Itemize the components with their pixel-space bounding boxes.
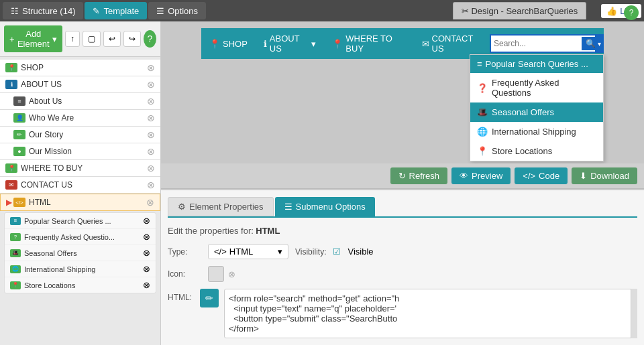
code-icon: </> bbox=[13, 198, 25, 207]
undo-button[interactable]: ↩ bbox=[103, 31, 121, 47]
props-panel: ⚙ Element Properties ☰ Submenu Options E… bbox=[161, 190, 644, 345]
seasonal-hat-icon: 🎩 bbox=[477, 107, 488, 117]
element-properties-tab[interactable]: ⚙ Element Properties bbox=[168, 197, 274, 216]
dropdown-item-seasonal[interactable]: 🎩 Seasonal Offers bbox=[470, 102, 603, 122]
submenu-item-stores[interactable]: 📍 Store Locations ⊗ bbox=[5, 277, 156, 293]
dropdown-item-faq[interactable]: ❓ Frequently Asked Questions bbox=[470, 73, 603, 102]
preview-nav: 📍 SHOP ℹ ABOUT US ▾ 📍 WHERE TO BUY ✉ bbox=[201, 28, 604, 59]
dropdown-header: ≡ Popular Search Queries ... bbox=[470, 55, 603, 73]
design-tab-label: Design - SearchBarQueries bbox=[471, 6, 578, 16]
nav-item-who-we-are-label: Who We Are bbox=[29, 113, 144, 123]
submenu-seasonal-label: Seasonal Offers bbox=[24, 249, 143, 257]
shop-pin-icon: 📍 bbox=[209, 39, 220, 49]
code-button[interactable]: </> Code bbox=[515, 167, 568, 184]
remove-stores-button[interactable]: ⊗ bbox=[143, 280, 150, 290]
shipping-globe-icon: 🌐 bbox=[477, 127, 488, 137]
where-pin-icon: 📍 bbox=[332, 39, 343, 49]
circle-icon: ● bbox=[13, 147, 25, 156]
submenu-item-popular[interactable]: ≡ Popular Search Queries ... ⊗ bbox=[5, 213, 156, 229]
html-scrollbar[interactable] bbox=[631, 289, 637, 338]
dropdown-item-shipping[interactable]: 🌐 International Shipping bbox=[470, 122, 603, 141]
submenu-options-tab-label: Submenu Options bbox=[296, 202, 366, 212]
redo-button[interactable]: ↪ bbox=[123, 31, 141, 47]
template-icon: ✎ bbox=[93, 6, 100, 16]
preview-button[interactable]: 👁 Preview bbox=[451, 167, 511, 184]
submenu-options-tab[interactable]: ☰ Submenu Options bbox=[275, 197, 375, 216]
nav-item-about-us[interactable]: ≡ About Us ⊗ bbox=[0, 93, 160, 110]
remove-about-us-button[interactable]: ⊗ bbox=[147, 96, 155, 107]
design-tab[interactable]: ✂ Design - SearchBarQueries bbox=[453, 2, 586, 19]
preview-about[interactable]: ℹ ABOUT US ▾ bbox=[256, 28, 324, 59]
caret-down-icon: ▾ bbox=[52, 34, 57, 44]
structure-tab[interactable]: ☷ Structure (14) bbox=[3, 2, 83, 19]
nav-item-contact-us[interactable]: ✉ CONTACT US ⊗ bbox=[0, 177, 160, 194]
remove-our-mission-button[interactable]: ⊗ bbox=[147, 146, 155, 157]
visibility-form-label: Visibility: bbox=[295, 247, 326, 257]
submenu-stores-label: Store Locations bbox=[24, 281, 143, 289]
nav-item-about-label: ABOUT US bbox=[21, 80, 144, 89]
nav-item-where-to-buy[interactable]: 📍 WHERE TO BUY ⊗ bbox=[0, 160, 160, 177]
remove-shipping-button[interactable]: ⊗ bbox=[143, 264, 150, 274]
type-select[interactable]: </> HTML ▾ bbox=[208, 244, 288, 259]
download-button[interactable]: ⬇ Download bbox=[572, 167, 637, 184]
remove-who-we-are-button[interactable]: ⊗ bbox=[147, 113, 155, 123]
nav-item-about[interactable]: ℹ ABOUT US ⊗ bbox=[0, 76, 160, 93]
left-toolbar: + Add Element ▾ ↑ ▢ ↩ ↪ ? bbox=[0, 21, 160, 57]
submenu-item-faq[interactable]: ? Frequently Asked Questio... ⊗ bbox=[5, 229, 156, 245]
options-tab[interactable]: ☰ Options bbox=[148, 2, 206, 19]
properties-help-button[interactable]: ? bbox=[624, 5, 639, 20]
nav-item-who-we-are[interactable]: 👤 Who We Are ⊗ bbox=[0, 110, 160, 127]
refresh-button[interactable]: ↻ Refresh bbox=[390, 167, 448, 184]
preview-where[interactable]: 📍 WHERE TO BUY bbox=[324, 28, 413, 59]
contact-mail-icon: ✉ bbox=[422, 39, 429, 49]
stores-pin-icon: 📍 bbox=[477, 146, 488, 156]
type-value-label: HTML bbox=[229, 247, 253, 257]
template-label: Template bbox=[103, 6, 139, 16]
remove-faq-button[interactable]: ⊗ bbox=[143, 232, 150, 242]
dropdown-item-stores[interactable]: 📍 Store Locations bbox=[470, 141, 603, 161]
search-container: 🔍 ▾ ≡ Popular Search Queries ... ❓ Freq bbox=[490, 34, 604, 53]
icon-selector: ⊗ bbox=[208, 266, 235, 282]
html-content[interactable]: <form role="search" method="get" action=… bbox=[224, 289, 637, 338]
remove-html-button[interactable]: ⊗ bbox=[146, 197, 154, 208]
about-label: ABOUT US bbox=[270, 33, 309, 54]
remove-shop-button[interactable]: ⊗ bbox=[147, 62, 155, 73]
remove-popular-button[interactable]: ⊗ bbox=[143, 216, 150, 226]
search-input[interactable] bbox=[494, 39, 582, 48]
nav-item-our-mission[interactable]: ● Our Mission ⊗ bbox=[0, 143, 160, 160]
cursor-button[interactable]: ↑ bbox=[65, 31, 80, 47]
submenu-item-shipping[interactable]: 🌐 International Shipping ⊗ bbox=[5, 261, 156, 277]
person-icon: 👤 bbox=[13, 113, 25, 123]
search-dropdown-caret[interactable]: ▾ bbox=[595, 34, 604, 53]
remove-about-button[interactable]: ⊗ bbox=[147, 79, 155, 90]
remove-where-to-buy-button[interactable]: ⊗ bbox=[147, 163, 155, 174]
about-info-icon: ℹ bbox=[264, 39, 267, 49]
preview-label: Preview bbox=[472, 171, 502, 181]
remove-contact-us-button[interactable]: ⊗ bbox=[147, 180, 155, 190]
duplicate-button[interactable]: ▢ bbox=[83, 31, 101, 47]
preview-container: 📍 SHOP ℹ ABOUT US ▾ 📍 WHERE TO BUY ✉ bbox=[168, 28, 637, 59]
submenu-item-seasonal[interactable]: 🎩 Seasonal Offers ⊗ bbox=[5, 245, 156, 261]
preview-shop[interactable]: 📍 SHOP bbox=[201, 33, 256, 54]
template-tab[interactable]: ✎ Template bbox=[85, 2, 147, 19]
nav-item-shop[interactable]: 📍 SHOP ⊗ bbox=[0, 60, 160, 76]
q-icon: ? bbox=[10, 233, 21, 241]
visible-checkbox[interactable]: ☑ bbox=[333, 247, 341, 257]
edit-prefix-label: Edit the properties for: bbox=[168, 226, 254, 236]
search-box[interactable]: 🔍 bbox=[490, 34, 604, 53]
add-element-button[interactable]: + Add Element ▾ bbox=[4, 25, 62, 52]
nav-item-our-story[interactable]: ✏ Our Story ⊗ bbox=[0, 127, 160, 143]
nav-item-html[interactable]: ▶ </> HTML ⊗ bbox=[0, 194, 160, 211]
code-brackets-icon: </> bbox=[523, 171, 535, 181]
html-edit-button[interactable]: ✏ bbox=[200, 289, 219, 307]
remove-our-story-button[interactable]: ⊗ bbox=[147, 129, 155, 140]
remove-icon-button[interactable]: ⊗ bbox=[228, 269, 235, 279]
type-row: Type: </> HTML ▾ Visibility: ☑ Visible bbox=[168, 244, 637, 259]
top-bar: ☷ Structure (14) ✎ Template ☰ Options ✂ … bbox=[0, 0, 644, 21]
help-button[interactable]: ? bbox=[144, 30, 156, 48]
dropdown-stores-label: Store Locations bbox=[492, 146, 552, 156]
shop-label: SHOP bbox=[223, 39, 248, 49]
download-icon: ⬇ bbox=[580, 171, 587, 181]
remove-seasonal-button[interactable]: ⊗ bbox=[143, 248, 150, 258]
code-type-icon: </> bbox=[214, 247, 227, 257]
